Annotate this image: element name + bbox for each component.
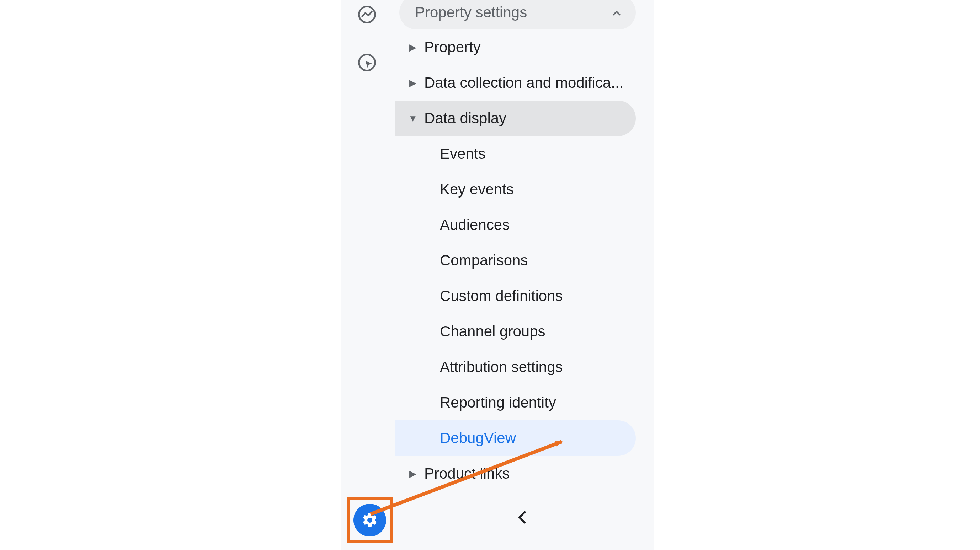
- nav-label: Product links: [424, 465, 509, 482]
- header-title: Property settings: [415, 4, 527, 21]
- sub-item-audiences[interactable]: Audiences: [395, 207, 636, 243]
- sub-label: Events: [440, 145, 485, 162]
- sub-label: Audiences: [440, 216, 509, 233]
- nav-label: Data collection and modifica...: [424, 74, 624, 91]
- sub-item-key-events[interactable]: Key events: [395, 171, 636, 207]
- sub-label: Attribution settings: [440, 358, 563, 376]
- nav-item-data-collection[interactable]: ▶ Data collection and modifica...: [395, 65, 636, 101]
- caret-right-icon: ▶: [406, 42, 420, 53]
- collapse-panel-button[interactable]: [395, 496, 654, 539]
- nav-item-property[interactable]: ▶ Property: [395, 30, 636, 65]
- chevron-left-icon: [515, 509, 531, 525]
- sub-label: Channel groups: [440, 323, 546, 340]
- property-settings-header[interactable]: Property settings: [399, 0, 636, 30]
- sub-label: Comparisons: [440, 252, 528, 269]
- admin-gear-highlight: [347, 497, 393, 543]
- sub-item-comparisons[interactable]: Comparisons: [395, 243, 636, 278]
- sub-label: Reporting identity: [440, 394, 556, 411]
- nav-label: Data display: [424, 110, 506, 127]
- sub-label: DebugView: [440, 430, 516, 447]
- sub-label: Custom definitions: [440, 287, 563, 304]
- admin-gear-button[interactable]: [353, 504, 386, 536]
- chevron-up-icon: [610, 6, 623, 19]
- nav-label: Property: [424, 39, 481, 56]
- sub-item-custom-definitions[interactable]: Custom definitions: [395, 278, 636, 314]
- sub-item-debugview[interactable]: DebugView: [395, 420, 636, 456]
- sub-item-events[interactable]: Events: [395, 136, 636, 171]
- nav-item-product-links[interactable]: ▶ Product links: [395, 456, 636, 491]
- sub-item-attribution-settings[interactable]: Attribution settings: [395, 349, 636, 385]
- analytics-icon[interactable]: [356, 3, 379, 26]
- caret-right-icon: ▶: [406, 78, 420, 89]
- caret-down-icon: ▼: [406, 113, 420, 124]
- property-settings-panel: Property settings ▶ Property ▶ Data coll…: [395, 0, 654, 550]
- sub-item-reporting-identity[interactable]: Reporting identity: [395, 385, 636, 420]
- caret-right-icon: ▶: [406, 468, 420, 479]
- pointer-circle-icon[interactable]: [356, 51, 379, 74]
- nav-item-data-display[interactable]: ▼ Data display: [395, 101, 636, 136]
- sub-label: Key events: [440, 181, 514, 198]
- left-nav-rail: [341, 0, 395, 550]
- sub-item-channel-groups[interactable]: Channel groups: [395, 314, 636, 349]
